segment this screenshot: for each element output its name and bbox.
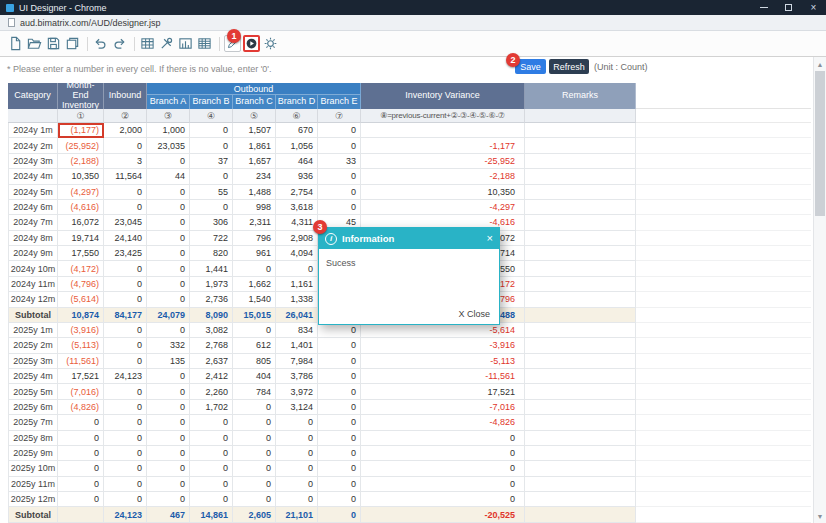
grid-cell[interactable]: 21,101: [276, 507, 318, 522]
grid-cell[interactable]: 8,090: [190, 308, 233, 323]
grid-cell[interactable]: 0: [318, 369, 361, 384]
scroll-down-arrow[interactable]: ▼: [814, 510, 826, 522]
grid-cell[interactable]: 17,521: [58, 369, 104, 384]
grid-cell[interactable]: 0: [318, 354, 361, 369]
scroll-up-arrow[interactable]: ▲: [814, 58, 826, 70]
grid-cell[interactable]: 0: [104, 431, 147, 446]
grid-cell[interactable]: (25,952): [58, 138, 104, 153]
grid-cell[interactable]: 805: [233, 354, 276, 369]
grid-cell[interactable]: 0: [318, 123, 361, 138]
maximize-button[interactable]: [776, 0, 801, 15]
grid-cell[interactable]: 998: [233, 200, 276, 215]
grid-cell[interactable]: 0: [318, 400, 361, 415]
remarks-cell[interactable]: [525, 477, 636, 492]
grid-cell[interactable]: 33: [318, 154, 361, 169]
grid-cell[interactable]: 24,140: [104, 231, 147, 246]
grid-cell[interactable]: [58, 507, 104, 522]
minimize-button[interactable]: [751, 0, 776, 15]
grid-cell[interactable]: 2,754: [276, 185, 318, 200]
grid-cell[interactable]: 0: [276, 261, 318, 276]
grid-cell[interactable]: 0: [276, 415, 318, 430]
grid-cell[interactable]: 722: [190, 231, 233, 246]
grid-cell[interactable]: (3,916): [58, 323, 104, 338]
grid-cell[interactable]: 306: [190, 215, 233, 230]
grid-cell[interactable]: 11,564: [104, 169, 147, 184]
export-icon[interactable]: [64, 35, 81, 52]
grid-cell[interactable]: 0: [58, 446, 104, 461]
grid-cell[interactable]: 44: [147, 169, 190, 184]
grid-cell[interactable]: 0: [147, 292, 190, 307]
grid-cell[interactable]: 0: [233, 261, 276, 276]
grid-cell[interactable]: 0: [190, 431, 233, 446]
grid-cell[interactable]: 0: [104, 200, 147, 215]
grid-cell[interactable]: 0: [190, 461, 233, 476]
grid-cell[interactable]: 332: [147, 338, 190, 353]
remarks-cell[interactable]: [525, 446, 636, 461]
grid-cell[interactable]: 10,350: [58, 169, 104, 184]
grid-cell[interactable]: 0: [147, 185, 190, 200]
grid-cell[interactable]: 15,015: [233, 308, 276, 323]
grid-cell[interactable]: 4,094: [276, 246, 318, 261]
grid-cell[interactable]: 0: [318, 338, 361, 353]
grid-cell[interactable]: 0: [104, 492, 147, 507]
grid-cell[interactable]: 0: [104, 185, 147, 200]
grid-cell[interactable]: 1,441: [190, 261, 233, 276]
grid-cell[interactable]: 1,973: [190, 277, 233, 292]
redo-icon[interactable]: [111, 35, 128, 52]
grid-cell[interactable]: 3,618: [276, 200, 318, 215]
grid-cell[interactable]: 1,861: [233, 138, 276, 153]
grid-cell[interactable]: 0: [190, 492, 233, 507]
grid-cell[interactable]: (4,796): [58, 277, 104, 292]
grid-cell[interactable]: 0: [147, 461, 190, 476]
grid-cell[interactable]: 0: [233, 446, 276, 461]
grid-cell[interactable]: 0: [190, 138, 233, 153]
grid-cell[interactable]: 0: [104, 338, 147, 353]
remarks-cell[interactable]: [525, 277, 636, 292]
grid-cell[interactable]: 2,908: [276, 231, 318, 246]
header-outbound[interactable]: Outbound: [147, 83, 361, 95]
grid-cell[interactable]: (1,177): [58, 123, 104, 138]
grid-cell[interactable]: 24,123: [104, 507, 147, 522]
grid-cell[interactable]: 0: [233, 431, 276, 446]
grid-cell[interactable]: 0: [147, 215, 190, 230]
remarks-cell[interactable]: [525, 215, 636, 230]
grid-cell[interactable]: 2,736: [190, 292, 233, 307]
remarks-cell[interactable]: [525, 200, 636, 215]
grid-cell[interactable]: (4,172): [58, 261, 104, 276]
grid-cell[interactable]: 0: [147, 231, 190, 246]
header-branch-e[interactable]: Branch E: [318, 95, 361, 109]
remarks-cell[interactable]: [525, 308, 636, 323]
grid-cell[interactable]: (7,016): [58, 384, 104, 399]
grid-cell[interactable]: 3,082: [190, 323, 233, 338]
grid-cell[interactable]: 17,550: [58, 246, 104, 261]
grid-cell[interactable]: 0: [190, 169, 233, 184]
grid-cell[interactable]: 0: [147, 446, 190, 461]
grid-cell[interactable]: 0: [147, 200, 190, 215]
grid-cell[interactable]: 7,984: [276, 354, 318, 369]
grid-cell[interactable]: 820: [190, 246, 233, 261]
remarks-cell[interactable]: [525, 231, 636, 246]
grid-cell[interactable]: 1,657: [233, 154, 276, 169]
grid-cell[interactable]: 0: [104, 400, 147, 415]
grid-cell[interactable]: 0: [58, 492, 104, 507]
grid-cell[interactable]: 24,079: [147, 308, 190, 323]
grid-cell[interactable]: 612: [233, 338, 276, 353]
grid-cell[interactable]: 0: [147, 400, 190, 415]
grid-cell[interactable]: 234: [233, 169, 276, 184]
url-text[interactable]: aud.bimatrix.com/AUD/designer.jsp: [20, 18, 161, 28]
grid-cell[interactable]: 0: [233, 461, 276, 476]
grid-cell[interactable]: 55: [190, 185, 233, 200]
remarks-cell[interactable]: [525, 138, 636, 153]
grid-cell[interactable]: 0: [190, 200, 233, 215]
grid-cell[interactable]: 0: [318, 492, 361, 507]
remarks-cell[interactable]: [525, 431, 636, 446]
grid-cell[interactable]: 0: [318, 169, 361, 184]
grid-cell[interactable]: (5,113): [58, 338, 104, 353]
grid-cell[interactable]: 3,786: [276, 369, 318, 384]
grid-cell[interactable]: 2,260: [190, 384, 233, 399]
open-folder-icon[interactable]: [26, 35, 43, 52]
grid-cell[interactable]: 1,507: [233, 123, 276, 138]
remarks-cell[interactable]: [525, 169, 636, 184]
grid-cell[interactable]: 10,874: [58, 308, 104, 323]
data-table-icon[interactable]: [139, 35, 156, 52]
